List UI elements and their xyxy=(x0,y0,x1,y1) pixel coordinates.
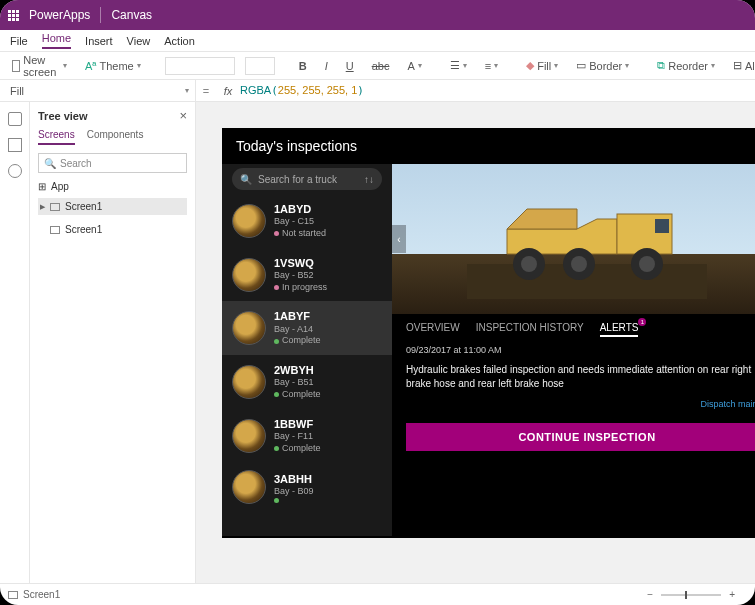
ribbon: New screen▾ AªTheme▾ B I U abc A▾ ☰▾ ≡▾ … xyxy=(0,52,755,80)
tab-alerts[interactable]: ALERTS1 xyxy=(600,322,639,337)
truck-bay: Bay - C15 xyxy=(274,216,326,228)
screen-icon xyxy=(8,591,18,599)
theme-button[interactable]: AªTheme▾ xyxy=(81,58,145,74)
tab-history[interactable]: INSPECTION HISTORY xyxy=(476,322,584,337)
truck-thumb xyxy=(232,204,266,238)
zoom-out-icon[interactable]: − xyxy=(647,589,653,600)
screen-icon xyxy=(50,203,60,211)
search-icon: 🔍 xyxy=(240,174,252,185)
truck-id: 1VSWQ xyxy=(274,256,327,270)
rail-data-icon[interactable] xyxy=(8,164,22,178)
truck-id: 3ABHH xyxy=(274,472,314,486)
truck-bay: Bay - A14 xyxy=(274,324,321,336)
truck-row[interactable]: 1BBWF Bay - F11 Complete xyxy=(222,409,392,463)
truck-row[interactable]: 1ABYF Bay - A14 Complete xyxy=(222,301,392,355)
tab-screens[interactable]: Screens xyxy=(38,129,75,145)
tab-components[interactable]: Components xyxy=(87,129,144,145)
app-preview: Today's inspections 🔍 Search for a truck… xyxy=(222,128,755,538)
truck-status: Complete xyxy=(274,335,321,347)
app-brand: PowerApps xyxy=(29,8,90,22)
truck-bay: Bay - F11 xyxy=(274,431,321,443)
truck-status: In progress xyxy=(274,282,327,294)
truck-status: Complete xyxy=(274,443,321,455)
equals-label: = xyxy=(196,85,216,97)
close-icon[interactable]: × xyxy=(179,108,187,123)
sort-icon[interactable]: ↑↓ xyxy=(364,174,374,185)
reorder-button[interactable]: ⧉Reorder▾ xyxy=(653,57,719,74)
search-icon: 🔍 xyxy=(44,158,56,169)
truck-list: 1ABYD Bay - C15 Not started 1VSWQ Bay - … xyxy=(222,194,392,512)
truck-id: 1BBWF xyxy=(274,417,321,431)
truck-row[interactable]: 2WBYH Bay - B51 Complete xyxy=(222,355,392,409)
new-screen-button[interactable]: New screen▾ xyxy=(8,52,71,80)
left-rail xyxy=(0,102,30,583)
truck-row[interactable]: 1VSWQ Bay - B52 In progress xyxy=(222,248,392,302)
tree-title: Tree view xyxy=(38,110,88,122)
svg-point-6 xyxy=(571,256,587,272)
dispatch-link[interactable]: Dispatch mainter xyxy=(392,395,755,413)
truck-thumb xyxy=(232,311,266,345)
bold-button[interactable]: B xyxy=(295,58,311,74)
svg-rect-2 xyxy=(655,219,669,233)
border-icon: ▭ xyxy=(576,59,586,72)
zoom-in-icon[interactable]: + xyxy=(729,589,735,600)
align2-icon: ⊟ xyxy=(733,59,742,72)
fontsize-dropdown[interactable] xyxy=(245,57,275,75)
tree-node[interactable]: ▶ Screen1 xyxy=(38,221,187,238)
alert-badge: 1 xyxy=(638,318,646,326)
app-context: Canvas xyxy=(111,8,152,22)
truck-search-input[interactable]: 🔍 Search for a truck ↑↓ xyxy=(232,168,382,190)
menu-view[interactable]: View xyxy=(127,35,151,47)
truck-thumb xyxy=(232,419,266,453)
fx-icon[interactable]: fx xyxy=(216,85,240,97)
zoom-control[interactable]: − + xyxy=(647,589,735,600)
formula-input[interactable]: RGBA(255, 255, 255, 1) xyxy=(240,84,364,97)
svg-point-4 xyxy=(521,256,537,272)
gallery-prev-icon[interactable]: ‹ xyxy=(392,225,406,253)
align-icon: ☰ xyxy=(450,59,460,72)
waffle-icon[interactable] xyxy=(8,10,19,21)
alert-message: Hydraulic brakes failed inspection and n… xyxy=(392,359,755,395)
app-icon: ⊞ xyxy=(38,181,46,192)
menu-action[interactable]: Action xyxy=(164,35,195,47)
fontcolor-button[interactable]: A▾ xyxy=(403,58,425,74)
tree-view-pane: Tree view × Screens Components 🔍 Search … xyxy=(30,102,196,583)
screen-icon xyxy=(50,226,60,234)
svg-point-8 xyxy=(639,256,655,272)
truck-id: 1ABYD xyxy=(274,202,326,216)
rail-tree-icon[interactable] xyxy=(8,112,22,126)
border-button[interactable]: ▭Border▾ xyxy=(572,57,633,74)
menu-file[interactable]: File xyxy=(10,35,28,47)
property-selector[interactable]: Fill▾ xyxy=(0,80,196,101)
underline-button[interactable]: U xyxy=(342,58,358,74)
truck-status xyxy=(274,498,314,503)
tree-node[interactable]: ▶ Screen1 xyxy=(38,198,187,215)
fill-button[interactable]: ◆Fill▾ xyxy=(522,57,562,74)
expand-icon[interactable]: ▶ xyxy=(40,203,45,211)
truck-bay: Bay - B09 xyxy=(274,486,314,498)
bucket-icon: ◆ xyxy=(526,59,534,72)
truck-thumb xyxy=(232,258,266,292)
app-title: Today's inspections xyxy=(222,128,755,164)
menu-insert[interactable]: Insert xyxy=(85,35,113,47)
tab-overview[interactable]: OVERVIEW xyxy=(406,322,460,337)
tree-app-node[interactable]: ⊞ App xyxy=(38,181,187,192)
valign-icon: ≡ xyxy=(485,60,491,72)
truck-row[interactable]: 1ABYD Bay - C15 Not started xyxy=(222,194,392,248)
truck-bay: Bay - B52 xyxy=(274,270,327,282)
menu-home[interactable]: Home xyxy=(42,32,71,49)
truck-row[interactable]: 3ABHH Bay - B09 xyxy=(222,462,392,512)
font-dropdown[interactable] xyxy=(165,57,235,75)
image-gallery: ‹ › xyxy=(392,164,755,314)
rail-insert-icon[interactable] xyxy=(8,138,22,152)
continue-button[interactable]: CONTINUE INSPECTION xyxy=(406,423,755,451)
menu-bar: File Home Insert View Action xyxy=(0,30,755,52)
vertalign-button[interactable]: ≡▾ xyxy=(481,58,502,74)
align-button[interactable]: ⊟Align▾ xyxy=(729,57,755,74)
truck-bay: Bay - B51 xyxy=(274,377,321,389)
tree-search-input[interactable]: 🔍 Search xyxy=(38,153,187,173)
strike-button[interactable]: abc xyxy=(368,58,394,74)
textalign-button[interactable]: ☰▾ xyxy=(446,57,471,74)
detail-tabs: OVERVIEW INSPECTION HISTORY ALERTS1 xyxy=(392,314,755,341)
italic-button[interactable]: I xyxy=(321,58,332,74)
